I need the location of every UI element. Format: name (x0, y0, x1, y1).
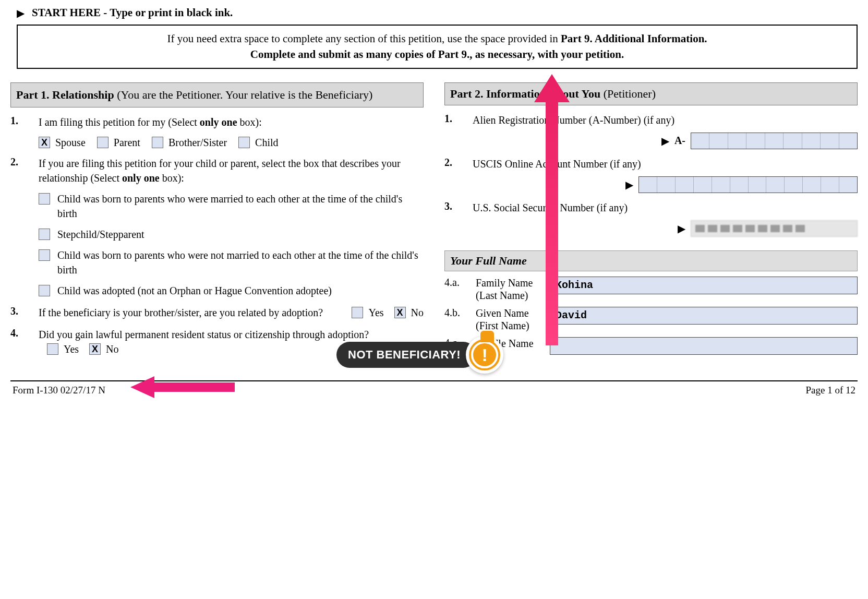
checkbox-q2b[interactable] (39, 229, 50, 240)
footer-page-number: Page 1 of 12 (805, 385, 855, 396)
checkbox-brother-sister[interactable] (152, 137, 163, 148)
q2-opt-a[interactable]: Child was born to parents who were marri… (39, 191, 424, 221)
row-family-name: 4.a. Family Name(Last Name) Kohina (444, 277, 858, 302)
checkbox-spouse[interactable] (39, 137, 50, 148)
q2-opt-d[interactable]: Child was adopted (not an Orphan or Hagu… (39, 283, 424, 298)
part-2-column: Part 2. Information About You (Petitione… (444, 82, 858, 355)
q4c-label: Middle Name (476, 337, 544, 350)
q1-text: I am filing this petition for my (Select… (39, 115, 424, 129)
part-2-title: Part 2. Information About You (450, 87, 600, 100)
q2-opt-c[interactable]: Child was born to parents who were not m… (39, 248, 424, 277)
checkbox-q4-no[interactable] (89, 343, 101, 355)
part-1-header: Part 1. Relationship (You are the Petiti… (10, 82, 424, 107)
checkbox-q2c[interactable] (39, 249, 50, 261)
p2-q1-number: 1. (444, 113, 464, 127)
q3: 3. If the beneficiary is your brother/si… (10, 305, 424, 320)
p2-q1: 1. Alien Registration Number (A-Number) … (444, 113, 858, 127)
form-page: ▶ START HERE - Type or print in black in… (10, 6, 858, 396)
q1: 1. I am filing this petition for my (Sel… (10, 115, 424, 129)
notice-text-2: Complete and submit as many copies of Pa… (250, 48, 624, 61)
checkbox-q4-yes[interactable] (47, 343, 58, 355)
part-1-column: Part 1. Relationship (You are the Petiti… (10, 82, 424, 356)
q3-text: If the beneficiary is your brother/siste… (39, 305, 343, 320)
row-given-name: 4.b. Given Name(First Name) David (444, 307, 858, 332)
q4-yes[interactable]: Yes (47, 342, 79, 356)
p2-q3: 3. U.S. Social Security Number (if any) (444, 200, 858, 215)
triangle-right-icon: ▶ (661, 135, 669, 147)
part-2-subtitle: (Petitioner) (600, 87, 656, 100)
q4c-number: 4.c. (444, 337, 469, 349)
part-1-title: Part 1. Relationship (16, 88, 114, 101)
middle-name-field[interactable] (550, 337, 858, 355)
q4-no[interactable]: No (89, 342, 118, 356)
q3-number: 3. (10, 305, 30, 317)
row-middle-name: 4.c. Middle Name (444, 337, 858, 355)
q2: 2. If you are filing this petition for y… (10, 156, 424, 185)
start-here-line: ▶ START HERE - Type or print in black in… (17, 6, 858, 19)
footer-divider (10, 380, 858, 381)
p2-q2: 2. USCIS Online Account Number (if any) (444, 157, 858, 171)
triangle-right-icon: ▶ (678, 222, 685, 235)
p2-q2-text: USCIS Online Account Number (if any) (473, 157, 858, 171)
triangle-right-icon: ▶ (17, 7, 25, 19)
q4a-label: Family Name(Last Name) (476, 277, 544, 302)
q1-opt-parent[interactable]: Parent (97, 137, 140, 149)
q2-text: If you are filing this petition for your… (39, 156, 424, 185)
q4: 4. Did you gain lawful permanent residen… (10, 327, 424, 356)
given-name-field[interactable]: David (550, 307, 858, 325)
footer-form-id: Form I-130 02/27/17 N (13, 385, 105, 396)
notice-text-bold: Part 9. Additional Information. (561, 32, 707, 45)
q2-number: 2. (10, 156, 30, 185)
uscis-account-field[interactable] (638, 176, 858, 193)
checkbox-q2d[interactable] (39, 285, 50, 296)
q3-no[interactable]: No (394, 305, 424, 320)
p2-q3-number: 3. (444, 200, 464, 215)
extra-space-notice: If you need extra space to complete any … (17, 25, 858, 69)
part-2-header: Part 2. Information About You (Petitione… (444, 82, 858, 105)
q3-yes[interactable]: Yes (352, 305, 383, 320)
a-number-prefix: A- (674, 135, 685, 147)
checkbox-q3-no[interactable] (394, 307, 406, 318)
start-here-text: START HERE - Type or print in black ink. (32, 6, 233, 19)
a-number-field[interactable] (691, 133, 858, 149)
checkbox-q2a[interactable] (39, 193, 50, 205)
q2-opt-b[interactable]: Stepchild/Stepparent (39, 227, 424, 242)
q4a-number: 4.a. (444, 277, 469, 289)
checkbox-parent[interactable] (97, 137, 108, 148)
page-footer: Form I-130 02/27/17 N Page 1 of 12 (10, 385, 858, 396)
triangle-right-icon: ▶ (625, 178, 633, 191)
p2-q1-text: Alien Registration Number (A-Number) (if… (473, 113, 858, 127)
q1-options: Spouse Parent Brother/Sister Child (39, 137, 424, 149)
ssn-field-redacted (691, 220, 858, 237)
q1-number: 1. (10, 115, 30, 129)
q4b-label: Given Name(First Name) (476, 307, 544, 332)
q4b-number: 4.b. (444, 307, 469, 319)
q1-opt-spouse[interactable]: Spouse (39, 137, 86, 149)
q4-text: Did you gain lawful permanent resident s… (39, 327, 424, 342)
p2-q2-number: 2. (444, 157, 464, 171)
family-name-field[interactable]: Kohina (550, 277, 858, 294)
q1-opt-child[interactable]: Child (238, 137, 278, 149)
q1-opt-brosis[interactable]: Brother/Sister (152, 137, 227, 149)
notice-text-1: If you need extra space to complete any … (167, 32, 561, 45)
q4-number: 4. (10, 327, 30, 339)
full-name-subheader: Your Full Name (444, 250, 858, 271)
annotation-arrow-left-icon (130, 375, 235, 399)
p2-q3-text: U.S. Social Security Number (if any) (473, 200, 858, 215)
part-1-subtitle: (You are the Petitioner. Your relative i… (114, 88, 373, 101)
checkbox-q3-yes[interactable] (352, 307, 363, 318)
checkbox-child[interactable] (238, 137, 250, 148)
svg-marker-1 (130, 376, 235, 398)
